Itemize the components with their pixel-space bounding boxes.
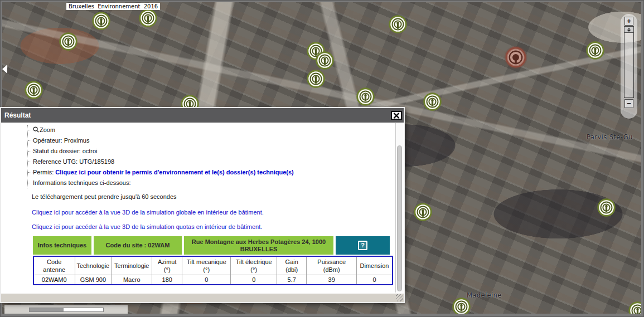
download-note: Le téléchargement peut prendre jusqu'à 6…: [32, 193, 404, 201]
result-dialog: Résultat Zoom Opérateur: Proximus Statut…: [0, 107, 405, 303]
zoom-out-button[interactable]: −: [624, 99, 633, 108]
sim-globale-link[interactable]: Cliquez ici pour accéder à la vue 3D de …: [32, 209, 264, 216]
slider-up-arrow-icon: [627, 28, 631, 30]
antenna-marker[interactable]: [586, 41, 604, 62]
cell-code-antenne: 02WAM0: [33, 275, 75, 285]
cell-puissance: 39: [307, 275, 357, 285]
permit-label: Permis:: [33, 169, 54, 175]
dialog-body: Zoom Opérateur: Proximus Statut du dossi…: [1, 123, 404, 293]
dialog-title: Résultat: [4, 111, 31, 119]
cell-azimut: 180: [152, 275, 182, 285]
result-tree: Zoom Opérateur: Proximus Statut du dossi…: [27, 125, 294, 188]
cell-gain: 5.7: [277, 275, 307, 285]
col-technologie: Technologie: [75, 256, 112, 275]
col-dimension: Dimension: [357, 256, 393, 275]
antenna-marker[interactable]: [25, 81, 43, 101]
dialog-scrollbar[interactable]: [395, 123, 403, 292]
tree-item-info: Informations techniques ci-dessous:: [28, 178, 294, 188]
help-button[interactable]: ?: [336, 236, 390, 255]
zoom-in-button[interactable]: +: [624, 17, 633, 26]
antenna-marker[interactable]: [452, 298, 471, 314]
site-address-button[interactable]: Rue Montagne aux Herbes Potagères 24, 10…: [184, 236, 333, 255]
table-header-row: Code antenne Technologie Terminologie Az…: [33, 256, 393, 275]
selected-antenna-marker[interactable]: [505, 47, 526, 70]
cell-dimension: 0: [357, 275, 393, 285]
antenna-table: Code antenne Technologie Terminologie Az…: [33, 256, 393, 285]
col-gain: Gain (dbi): [277, 256, 307, 275]
tree-item-zoom[interactable]: Zoom: [28, 125, 294, 135]
permit-link[interactable]: Cliquez ici pour obtenir le permis d'env…: [55, 169, 293, 175]
antenna-marker[interactable]: [414, 203, 432, 223]
col-azimut: Azimut (°): [152, 256, 182, 275]
antenna-marker[interactable]: [389, 15, 407, 36]
dialog-titlebar[interactable]: Résultat: [1, 108, 404, 123]
place-label-parvis: Parvis Ste-Gu: [587, 133, 633, 141]
tree-item-permit: Permis: Cliquez ici pour obtenir le perm…: [28, 167, 294, 178]
zoom-control: + −: [621, 14, 637, 119]
col-tilt-electrique: Tilt électrique (°): [231, 256, 277, 275]
dialog-scrollbar-thumb[interactable]: [397, 145, 402, 291]
infos-techniques-button[interactable]: Infos techniques: [33, 236, 91, 255]
antenna-marker[interactable]: [59, 32, 78, 53]
col-code-antenne: Code antenne: [33, 256, 75, 275]
tree-item-reference: Reference UTG: UTG/185198: [28, 157, 294, 167]
application-window: { "map": { "attribution": "Bruxelles Env…: [0, 0, 644, 317]
tree-item-zoom-label: Zoom: [40, 126, 55, 133]
map-attribution: Bruxelles Environnement 2016: [66, 3, 160, 10]
resize-grip[interactable]: [396, 294, 403, 301]
antenna-marker[interactable]: [316, 51, 334, 72]
zoom-slider-handle[interactable]: [624, 26, 634, 33]
antenna-marker[interactable]: [423, 92, 442, 113]
antenna-marker[interactable]: [356, 87, 375, 108]
antenna-marker[interactable]: [628, 301, 642, 314]
dialog-bottom-frame: [1, 293, 404, 302]
table-row: 02WAM0 GSM 900 Macro 180 0 0 5.7 39 0: [33, 275, 393, 285]
col-terminologie: Terminologie: [112, 256, 152, 275]
tree-item-status: Statut du dossier: octroi: [28, 146, 294, 157]
antenna-marker[interactable]: [92, 12, 110, 32]
antenna-marker[interactable]: [139, 9, 157, 30]
header-button-row: Infos techniques Code du site : 02WAM Ru…: [33, 236, 404, 255]
col-tilt-mecanique: Tilt mecanique (°): [182, 256, 231, 275]
magnifier-icon: [33, 126, 39, 133]
antenna-marker[interactable]: [597, 198, 616, 219]
place-label-madeleine: Madeleine: [467, 291, 502, 299]
col-puissance: Puissance (dBm): [307, 256, 357, 275]
tree-item-operator: Opérateur: Proximus: [28, 135, 294, 146]
zoom-slider-track[interactable]: [624, 32, 634, 98]
question-mark-icon: ?: [358, 241, 367, 250]
slider-down-arrow-icon: [627, 30, 631, 32]
cell-tilt-electrique: 0: [231, 275, 277, 285]
sim-quotas-link[interactable]: Cliquez ici pour accéder à la vue 3D de …: [32, 223, 262, 230]
close-button[interactable]: [391, 111, 402, 120]
pan-left-arrow-icon[interactable]: [2, 65, 7, 74]
cell-technologie: GSM 900: [75, 275, 112, 285]
cell-tilt-mecanique: 0: [182, 275, 231, 285]
close-icon: [393, 113, 400, 119]
site-code-button[interactable]: Code du site : 02WAM: [94, 236, 182, 255]
cell-terminologie: Macro: [112, 275, 152, 285]
antenna-marker[interactable]: [307, 70, 325, 90]
